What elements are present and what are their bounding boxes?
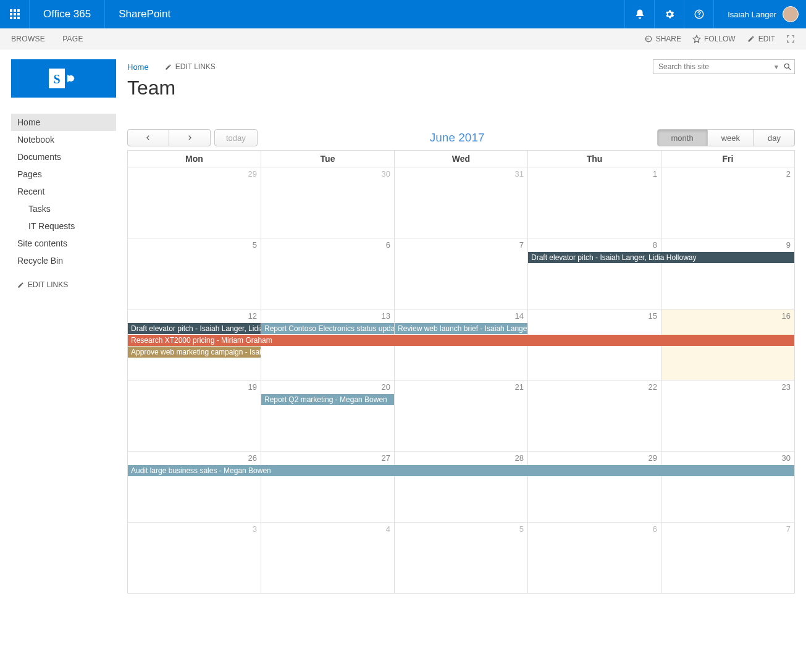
notifications-button[interactable]	[624, 0, 654, 28]
calendar-cell[interactable]: 1	[528, 167, 661, 238]
search-input[interactable]	[658, 62, 770, 71]
day-number: 23	[661, 380, 794, 393]
help-button[interactable]	[684, 0, 713, 28]
day-number: 22	[528, 380, 661, 393]
calendar-cell[interactable]: 26Audit large business sales - Megan Bow…	[128, 452, 261, 523]
day-number: 16	[661, 309, 794, 322]
next-button[interactable]	[169, 129, 211, 146]
brand-sharepoint[interactable]: SharePoint	[104, 0, 184, 28]
left-nav: HomeNotebookDocumentsPagesRecentTasksIT …	[11, 114, 116, 294]
day-number: 9	[661, 238, 794, 251]
brand-links: Office 365 SharePoint	[30, 0, 184, 28]
calendar-toolbar: today June 2017 month week day	[127, 129, 795, 146]
day-number: 7	[395, 238, 527, 251]
search-submit[interactable]	[783, 62, 792, 71]
gear-icon	[664, 9, 675, 20]
ribbon-tab-browse[interactable]: BROWSE	[11, 35, 45, 43]
calendar-cell[interactable]: 22	[528, 380, 661, 452]
nav-item-recycle-bin[interactable]: Recycle Bin	[11, 252, 116, 269]
nav-item-documents[interactable]: Documents	[11, 148, 116, 166]
app-launcher-button[interactable]	[0, 0, 30, 28]
calendar-cell[interactable]: 9	[661, 238, 795, 309]
calendar-cell[interactable]: 23	[661, 380, 795, 452]
calendar-cell[interactable]: 2	[661, 167, 795, 238]
day-number: 14	[395, 309, 527, 322]
view-week-button[interactable]: week	[708, 129, 754, 146]
day-number: 6	[261, 238, 394, 251]
nav-edit-links[interactable]: EDIT LINKS	[11, 275, 116, 294]
breadcrumb-home[interactable]: Home	[127, 62, 149, 72]
chevron-left-icon	[145, 135, 151, 141]
user-name: Isaiah Langer	[728, 10, 776, 19]
calendar-cell[interactable]: 5	[395, 523, 528, 594]
waffle-icon	[10, 9, 20, 19]
cal-header: Tue	[261, 151, 395, 167]
edit-links-top[interactable]: EDIT LINKS	[165, 62, 216, 71]
view-month-button[interactable]: month	[657, 129, 708, 146]
calendar-cell[interactable]: 21	[395, 380, 528, 452]
settings-button[interactable]	[654, 0, 684, 28]
day-number: 13	[261, 309, 394, 322]
calendar-cell[interactable]: 31	[395, 167, 528, 238]
calendar-cell[interactable]: 12Draft elevator pitch - Isaiah Langer, …	[128, 309, 261, 380]
calendar-event[interactable]: Report Contoso Electronics status update…	[261, 323, 394, 334]
nav-item-it-requests[interactable]: IT Requests	[11, 217, 116, 235]
view-day-button[interactable]: day	[754, 129, 795, 146]
nav-item-home[interactable]: Home	[11, 114, 116, 131]
bell-icon	[634, 9, 645, 20]
day-number: 6	[528, 523, 661, 536]
calendar-cell[interactable]: 30	[261, 167, 395, 238]
day-number: 20	[261, 380, 394, 393]
today-button[interactable]: today	[214, 129, 258, 146]
day-number: 31	[395, 167, 527, 180]
nav-item-site-contents[interactable]: Site contents	[11, 235, 116, 252]
calendar-cell[interactable]: 27	[261, 452, 395, 523]
prev-button[interactable]	[127, 129, 169, 146]
day-number: 19	[128, 380, 261, 393]
share-button[interactable]: SHARE	[644, 35, 681, 43]
search-scope-dropdown[interactable]: ▼	[773, 64, 779, 70]
calendar-cell[interactable]: 28	[395, 452, 528, 523]
brand-office365[interactable]: Office 365	[30, 0, 104, 28]
calendar-cell[interactable]: 7	[395, 238, 528, 309]
edit-button[interactable]: EDIT	[747, 35, 775, 43]
user-menu[interactable]: Isaiah Langer	[713, 0, 806, 28]
site-logo[interactable]: S	[11, 59, 116, 98]
nav-item-notebook[interactable]: Notebook	[11, 131, 116, 148]
follow-button[interactable]: FOLLOW	[692, 35, 736, 43]
star-icon	[692, 35, 701, 43]
calendar-cell[interactable]: 8Draft elevator pitch - Isaiah Langer, L…	[528, 238, 661, 309]
suite-bar: Office 365 SharePoint Isaiah Langer	[0, 0, 806, 28]
calendar-event[interactable]: Review web launch brief - Isaiah Langer	[395, 323, 527, 334]
ribbon-tab-page[interactable]: PAGE	[62, 35, 83, 43]
calendar-cell[interactable]: 4	[261, 523, 395, 594]
calendar-event[interactable]: Research XT2000 pricing - Miriam Graham	[128, 335, 794, 346]
breadcrumb: Home EDIT LINKS	[127, 62, 216, 72]
nav-item-tasks[interactable]: Tasks	[11, 200, 116, 217]
calendar-cell[interactable]: 6	[528, 523, 661, 594]
calendar-event[interactable]: Approve web marketing campaign - Isaiah …	[128, 346, 261, 358]
calendar-cell[interactable]: 19	[128, 380, 261, 452]
nav-item-pages[interactable]: Pages	[11, 166, 116, 183]
edit-links-label: EDIT LINKS	[175, 62, 216, 71]
calendar-cell[interactable]: 29	[528, 452, 661, 523]
search-box[interactable]: ▼	[653, 59, 795, 74]
calendar-cell[interactable]: 20Report Q2 marketing - Megan Bowen	[261, 380, 395, 452]
calendar-cell[interactable]: 30	[661, 452, 795, 523]
calendar-grid: MonTueWedThuFri 293031125678Draft elevat…	[127, 150, 795, 594]
calendar-cell[interactable]: 7	[661, 523, 795, 594]
calendar-cell[interactable]: 5	[128, 238, 261, 309]
follow-label: FOLLOW	[704, 35, 736, 43]
day-number: 27	[261, 452, 394, 464]
calendar-event[interactable]: Draft elevator pitch - Isaiah Langer, Li…	[528, 252, 794, 263]
calendar-event[interactable]: Report Q2 marketing - Megan Bowen	[261, 394, 394, 405]
sharepoint-icon: S	[45, 66, 82, 91]
nav-item-recent[interactable]: Recent	[11, 183, 116, 200]
calendar-event[interactable]: Audit large business sales - Megan Bowen	[128, 465, 794, 476]
calendar-event[interactable]: Draft elevator pitch - Isaiah Langer, Li…	[128, 323, 261, 334]
focus-button[interactable]	[786, 35, 795, 43]
day-number: 5	[395, 523, 527, 536]
calendar-cell[interactable]: 6	[261, 238, 395, 309]
calendar-cell[interactable]: 29	[128, 167, 261, 238]
calendar-cell[interactable]: 3	[128, 523, 261, 594]
